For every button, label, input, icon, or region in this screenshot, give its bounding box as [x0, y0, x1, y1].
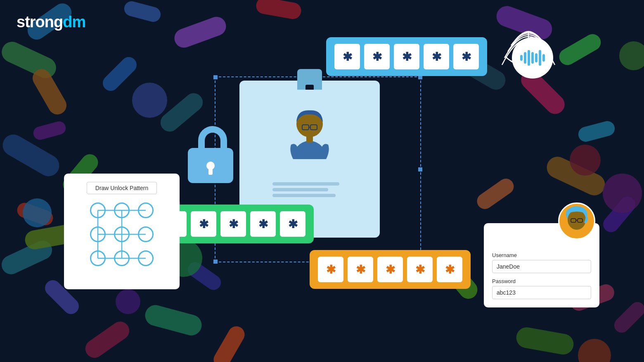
bg-pill-16	[185, 259, 224, 293]
bg-pill-1	[123, 0, 162, 24]
bg-pill-28	[515, 326, 575, 356]
pattern-dot-9	[138, 250, 154, 266]
corner-dot-tl	[213, 75, 218, 79]
bg-pill-5	[99, 54, 140, 94]
user-avatar	[558, 202, 595, 240]
pin-cell-blue-5: ✱	[453, 44, 479, 69]
bg-circle-4	[570, 145, 601, 176]
bg-pill-29	[611, 299, 644, 336]
bg-pill-10	[15, 201, 55, 228]
unlock-pattern-card: Draw Unlock Pattern	[64, 174, 180, 289]
unlock-pattern-label: Draw Unlock Pattern	[87, 182, 157, 194]
bg-circle-8	[603, 174, 642, 213]
clipboard-clip	[297, 69, 322, 90]
voice-bar-3	[528, 50, 530, 66]
pin-cell-green-5: ✱	[280, 211, 305, 237]
pin-cell-green-2: ✱	[191, 211, 216, 237]
bg-pill-31	[474, 176, 517, 212]
logo-strong: strong	[17, 13, 63, 31]
pattern-dot-3	[138, 202, 154, 218]
voice-bar-7	[542, 54, 545, 62]
pin-cell-orange-4: ✱	[407, 257, 433, 282]
bg-circle-2	[116, 289, 140, 314]
voice-bar-5	[535, 53, 537, 62]
bg-circle-1	[132, 83, 167, 118]
password-input[interactable]	[492, 286, 591, 299]
pin-cell-blue-4: ✱	[424, 44, 449, 69]
username-input[interactable]	[492, 260, 591, 273]
bg-pill-23	[577, 119, 616, 143]
svg-rect-5	[306, 135, 313, 143]
pattern-dot-4	[90, 226, 106, 242]
doc-line-3	[272, 194, 336, 197]
username-label: Username	[492, 252, 591, 258]
bg-circle-6	[578, 339, 611, 362]
corner-dot-bl	[213, 260, 218, 264]
pattern-grid-container	[90, 202, 154, 267]
pin-cell-blue-1: ✱	[334, 44, 360, 69]
voice-bar-2	[524, 52, 526, 64]
bg-circle-0	[23, 198, 52, 227]
login-card: Username Password	[484, 223, 599, 307]
pin-cell-green-4: ✱	[250, 211, 276, 237]
bg-pill-7	[32, 120, 67, 141]
pattern-dot-6	[138, 226, 154, 242]
voice-bar-4	[531, 52, 534, 64]
bg-pill-25	[600, 193, 638, 235]
doc-line-2	[272, 188, 328, 191]
login-fields: Username Password	[492, 252, 591, 299]
voice-bar-6	[539, 50, 541, 66]
mid-dot-r	[418, 167, 422, 171]
svg-point-17	[568, 210, 586, 230]
padlock-body	[188, 148, 233, 183]
bg-pill-11	[0, 238, 55, 278]
bg-pill-14	[143, 303, 204, 338]
pin-cell-green-3: ✱	[220, 211, 246, 237]
pin-cell-orange-3: ✱	[377, 257, 403, 282]
bg-pill-8	[0, 131, 63, 180]
logo-dm: dm	[63, 13, 85, 31]
person-illustration	[277, 101, 343, 176]
bg-pill-21	[556, 31, 604, 68]
pattern-dot-1	[90, 202, 106, 218]
bg-pill-4	[0, 38, 59, 81]
pin-cell-orange-1: ✱	[318, 257, 343, 282]
voice-recognition-circle	[512, 37, 553, 79]
pattern-dot-7	[90, 250, 106, 266]
pin-pad-blue: ✱ ✱ ✱ ✱ ✱	[326, 37, 487, 76]
bg-pill-24	[543, 153, 608, 199]
bg-pill-2	[172, 14, 229, 50]
pin-cell-blue-2: ✱	[364, 44, 390, 69]
pattern-dot-2	[114, 202, 130, 218]
bg-pill-6	[29, 66, 70, 118]
logo: strongdm	[17, 13, 85, 31]
pattern-dot-8	[114, 250, 130, 266]
avatar-illustration	[560, 205, 593, 238]
pattern-dot-5	[114, 226, 130, 242]
clipboard-document-lines	[272, 180, 347, 200]
bg-pill-15	[211, 323, 248, 362]
pin-cell-orange-5: ✱	[437, 257, 462, 282]
pin-cell-blue-3: ✱	[394, 44, 419, 69]
bg-pill-3	[255, 0, 302, 20]
bg-circle-7	[619, 41, 644, 70]
voice-bars	[520, 50, 545, 66]
padlock-shackle	[198, 126, 227, 149]
padlock-keyhole	[206, 162, 215, 170]
pin-pad-orange: ✱ ✱ ✱ ✱ ✱	[310, 250, 471, 289]
pin-cell-orange-2: ✱	[348, 257, 373, 282]
padlock	[188, 126, 237, 184]
pattern-dots	[90, 202, 154, 266]
bg-pill-13	[82, 318, 133, 362]
doc-line-1	[272, 182, 339, 186]
password-label: Password	[492, 278, 591, 284]
voice-bar-1	[520, 55, 523, 61]
